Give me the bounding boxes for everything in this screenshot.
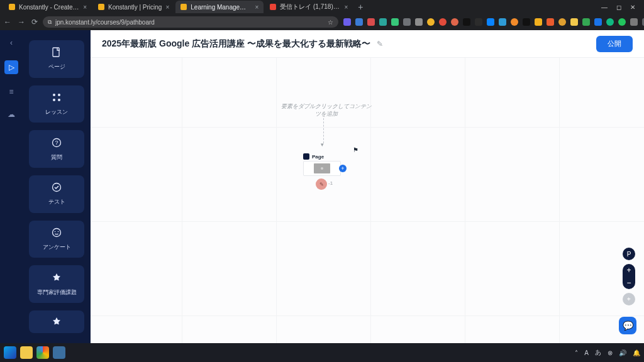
extension-icon[interactable] xyxy=(606,18,614,26)
extension-icon[interactable] xyxy=(570,18,578,26)
extension-icon[interactable] xyxy=(547,18,554,26)
rail-list-icon[interactable]: ≡ xyxy=(6,87,16,97)
svg-point-2 xyxy=(58,94,60,96)
rail-cloud-icon[interactable]: ☁ xyxy=(6,109,16,119)
svg-text:?: ? xyxy=(55,140,58,146)
tool-survey[interactable]: アンケート xyxy=(29,221,84,258)
extension-icon[interactable] xyxy=(582,18,590,26)
tool-page[interactable]: ページ xyxy=(29,40,84,78)
rail-play-icon[interactable]: ▷ xyxy=(4,60,18,74)
extension-icon[interactable] xyxy=(487,18,494,26)
zoom-out-button[interactable]: − xyxy=(623,277,635,289)
site-info-icon[interactable]: ⧉ xyxy=(48,19,52,26)
publish-button[interactable]: 公開 xyxy=(596,36,633,52)
extension-icon[interactable] xyxy=(499,18,506,26)
close-icon[interactable]: × xyxy=(344,4,348,11)
taskbar-chrome-icon[interactable] xyxy=(36,346,49,359)
window-controls: — ◻ ✕ xyxy=(601,4,640,11)
extension-icon[interactable] xyxy=(523,18,530,26)
node-thumbnail xyxy=(314,163,330,173)
tool-label: アンケート xyxy=(43,243,71,251)
tray-network-icon[interactable]: ⊗ xyxy=(608,349,613,356)
left-rail: ‹ ▷ ≡ ☁ xyxy=(0,30,23,343)
tray-chevron-icon[interactable]: ˄ xyxy=(575,349,578,356)
tab-title: 受信トレイ (1,718) - tensen1250… xyxy=(280,3,340,11)
extension-icon[interactable] xyxy=(379,18,387,26)
question-icon: ? xyxy=(51,137,62,148)
bookmark-icon[interactable]: ☆ xyxy=(328,19,333,26)
star-icon xyxy=(51,316,62,327)
taskbar-explorer-icon[interactable] xyxy=(20,346,33,359)
star-icon xyxy=(51,272,62,283)
close-window-button[interactable]: ✕ xyxy=(630,4,635,11)
tool-label: ページ xyxy=(48,63,65,71)
tool-lesson[interactable]: レッスン xyxy=(29,85,84,123)
svg-point-1 xyxy=(53,94,55,96)
extension-icon[interactable] xyxy=(415,18,423,26)
presence-badge[interactable]: P xyxy=(623,248,635,260)
extension-icon[interactable] xyxy=(463,18,470,26)
close-icon[interactable]: × xyxy=(83,4,87,11)
chat-fab[interactable]: 💬 xyxy=(619,317,636,334)
browser-tab[interactable]: Konstantly | Pricing × xyxy=(93,1,174,13)
zoom-in-button[interactable]: + xyxy=(623,264,635,277)
pathboard-canvas[interactable]: 要素をダブルクリックしてコンテンツを追加 ▾ ⚑ Page + ✎ -1 P xyxy=(91,58,644,343)
extension-icon[interactable] xyxy=(594,18,602,26)
browser-tab-active[interactable]: Learning Management System… × xyxy=(175,1,264,13)
edit-title-icon[interactable]: ✎ xyxy=(377,40,383,48)
extension-icon[interactable] xyxy=(427,18,435,26)
close-icon[interactable]: × xyxy=(255,4,258,11)
browser-chrome: Konstantly - Create workplace … × Konsta… xyxy=(0,0,644,30)
tool-question[interactable]: ? 質問 xyxy=(29,130,84,168)
url-text: jpn.konstant.ly/courses/9/pathboard xyxy=(55,19,155,26)
extension-icon[interactable] xyxy=(367,18,375,26)
extension-icon[interactable] xyxy=(630,18,638,26)
add-connection-button[interactable]: + xyxy=(339,165,347,172)
extension-icon[interactable] xyxy=(475,18,482,26)
extension-icon[interactable] xyxy=(618,18,626,26)
node-body[interactable]: + xyxy=(303,161,341,176)
tray-notifications-icon[interactable]: 🔔 xyxy=(633,349,640,356)
url-field[interactable]: ⧉ jpn.konstant.ly/courses/9/pathboard ☆ xyxy=(43,16,338,28)
extension-icons: ⋮ xyxy=(343,17,644,27)
forward-button[interactable]: → xyxy=(18,18,25,26)
browser-tab[interactable]: Konstantly - Create workplace … × xyxy=(4,1,92,13)
fit-view-button[interactable]: ⌖ xyxy=(623,293,635,305)
tool-test[interactable]: テスト xyxy=(29,175,84,213)
back-button[interactable]: ← xyxy=(4,18,11,26)
extension-icon[interactable] xyxy=(511,18,518,26)
extension-icon[interactable] xyxy=(355,18,363,26)
tab-strip: Konstantly - Create workplace … × Konsta… xyxy=(0,0,644,14)
extension-icon[interactable] xyxy=(558,18,566,26)
reload-button[interactable]: ⟳ xyxy=(31,18,38,26)
svg-point-10 xyxy=(58,231,59,233)
extension-icon[interactable] xyxy=(391,18,399,26)
tray-volume-icon[interactable]: 🔊 xyxy=(619,349,626,356)
tab-title: Learning Management System… xyxy=(191,4,251,11)
tool-extra[interactable] xyxy=(29,310,84,333)
tool-expert-review[interactable]: 専門家評価課題 xyxy=(29,265,84,303)
tool-label: テスト xyxy=(48,198,65,206)
favicon xyxy=(9,4,15,10)
favicon xyxy=(98,4,104,10)
start-button[interactable] xyxy=(4,346,16,359)
hint-arrow xyxy=(323,118,324,143)
taskbar-app-icon[interactable] xyxy=(53,346,65,359)
minimize-button[interactable]: — xyxy=(601,4,608,11)
course-title: 2025年最新版 Google 広告活用講座 〜成果を最大化する最新戦略〜 xyxy=(102,38,370,50)
extension-icon[interactable] xyxy=(439,18,447,26)
maximize-button[interactable]: ◻ xyxy=(616,4,621,11)
page-node[interactable]: Page + xyxy=(303,153,341,176)
tray-ime-kana[interactable]: あ xyxy=(595,348,601,357)
extension-icon[interactable] xyxy=(343,18,351,26)
close-icon[interactable]: × xyxy=(165,4,169,11)
cursor-label: -1 xyxy=(328,180,333,186)
rail-collapse-icon[interactable]: ‹ xyxy=(6,38,16,48)
browser-tab[interactable]: 受信トレイ (1,718) - tensen1250… × xyxy=(265,1,353,13)
extension-icon[interactable] xyxy=(451,18,458,26)
chevron-down-icon: ▾ xyxy=(321,141,324,148)
extension-icon[interactable] xyxy=(535,18,542,26)
new-tab-button[interactable]: + xyxy=(354,2,367,12)
tray-ime-a[interactable]: A xyxy=(584,349,589,356)
extension-icon[interactable] xyxy=(403,18,411,26)
